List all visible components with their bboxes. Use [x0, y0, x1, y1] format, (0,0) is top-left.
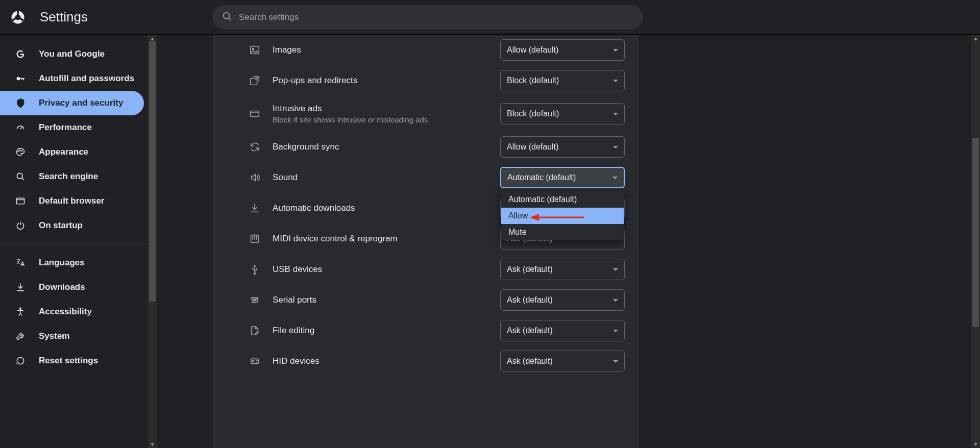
chrome-icon [10, 10, 26, 25]
scrollbar-thumb[interactable] [149, 41, 156, 302]
permission-label: File editing [273, 326, 489, 336]
permission-select-background-sync[interactable]: Allow (default) [500, 136, 625, 158]
permission-label: Automatic downloads [273, 203, 489, 213]
wrench-icon [15, 331, 26, 341]
sidebar-divider [0, 244, 148, 244]
chevron-down-icon [613, 146, 618, 148]
permission-sublabel: Block if site shows intrusive or mislead… [273, 115, 489, 124]
main-content: Images Allow (default) Pop-ups and redir… [157, 35, 980, 448]
svg-point-11 [21, 151, 22, 152]
chevron-down-icon [613, 113, 618, 115]
scroll-down-icon[interactable]: ▼ [973, 441, 978, 447]
sidebar-item-label: Reset settings [39, 356, 98, 366]
svg-rect-14 [17, 198, 24, 204]
sidebar-item-label: Autofill and passwords [39, 73, 134, 84]
permission-label: Background sync [273, 142, 489, 152]
dropdown-option-automatic[interactable]: Automatic (default) [501, 191, 624, 208]
sidebar-item-label: You and Google [39, 49, 105, 59]
sidebar-item-autofill-passwords[interactable]: Autofill and passwords [0, 66, 144, 91]
search-icon [222, 11, 233, 24]
scroll-up-icon[interactable]: ▲ [150, 36, 155, 41]
image-icon [248, 43, 261, 57]
svg-point-17 [20, 308, 21, 309]
permission-row-hid: HID devices Ask (default) [224, 346, 627, 377]
sidebar-item-accessibility[interactable]: Accessibility [0, 300, 144, 324]
permission-label: Serial ports [273, 295, 489, 305]
sound-icon [248, 171, 261, 184]
scroll-up-icon[interactable]: ▲ [973, 36, 978, 41]
select-value: Allow (default) [507, 45, 558, 55]
download-icon [248, 202, 261, 215]
sidebar-item-appearance[interactable]: Appearance [0, 140, 144, 164]
permission-select-intrusive-ads[interactable]: Block (default) [500, 103, 625, 125]
speedometer-icon [15, 122, 26, 133]
sidebar-item-reset-settings[interactable]: Reset settings [0, 349, 144, 373]
permission-select-sound[interactable]: Automatic (default) Automatic (default) … [500, 167, 625, 188]
permission-label: Pop-ups and redirects [273, 76, 489, 86]
sidebar-item-label: Downloads [39, 282, 85, 292]
permission-label: USB devices [273, 264, 489, 275]
hid-icon [248, 355, 261, 368]
permission-label: Intrusive ads [273, 104, 489, 114]
permissions-card: Images Allow (default) Pop-ups and redir… [213, 35, 638, 448]
browser-icon [15, 196, 26, 206]
chevron-down-icon [613, 360, 618, 363]
shield-icon [15, 98, 26, 108]
main-scrollbar[interactable]: ▲ ▼ [971, 35, 980, 448]
permission-select-serial[interactable]: Ask (default) [500, 289, 625, 311]
sidebar-item-label: Performance [39, 122, 92, 133]
permission-row-usb: USB devices Ask (default) [224, 254, 627, 285]
permission-row-images: Images Allow (default) [224, 35, 627, 65]
svg-point-35 [252, 360, 254, 362]
sidebar-item-label: Privacy and security [39, 98, 123, 108]
header-logo-wrap: Settings [10, 9, 212, 25]
sidebar-item-on-startup[interactable]: On startup [0, 213, 144, 238]
file-edit-icon [248, 324, 261, 337]
permission-row-intrusive-ads: Intrusive ads Block if site shows intrus… [224, 96, 627, 132]
scrollbar-thumb[interactable] [972, 138, 979, 327]
translate-icon [15, 258, 26, 268]
permission-label: Images [273, 45, 489, 55]
sidebar-item-default-browser[interactable]: Default browser [0, 189, 144, 213]
dropdown-option-allow[interactable]: Allow [501, 208, 624, 224]
sidebar-item-system[interactable]: System [0, 324, 144, 349]
permission-select-images[interactable]: Allow (default) [500, 39, 625, 61]
svg-point-33 [255, 300, 256, 301]
sidebar-item-label: System [39, 331, 69, 341]
chevron-down-icon [613, 299, 618, 302]
accessibility-icon [15, 307, 26, 317]
dropdown-option-mute[interactable]: Mute [501, 224, 624, 240]
permission-select-popups[interactable]: Block (default) [500, 70, 625, 91]
header: Settings [0, 0, 980, 35]
sidebar-item-privacy-security[interactable]: Privacy and security [0, 91, 144, 115]
svg-point-19 [252, 48, 254, 49]
serial-icon [248, 293, 261, 307]
sidebar-item-label: Default browser [39, 196, 104, 206]
svg-rect-6 [23, 78, 24, 80]
sidebar-item-you-and-google[interactable]: You and Google [0, 42, 144, 66]
sidebar-item-downloads[interactable]: Downloads [0, 275, 144, 300]
chevron-down-icon [612, 177, 618, 179]
permission-select-file-editing[interactable]: Ask (default) [500, 320, 625, 341]
permission-label: MIDI device control & reprogram [273, 234, 489, 244]
scroll-down-icon[interactable]: ▼ [150, 441, 155, 447]
svg-line-3 [229, 17, 231, 20]
select-value: Ask (default) [507, 295, 553, 305]
permission-label: HID devices [273, 356, 489, 366]
permission-select-usb[interactable]: Ask (default) [500, 259, 625, 280]
sidebar-item-performance[interactable]: Performance [0, 115, 144, 140]
search-box[interactable] [212, 5, 643, 30]
sidebar-item-search-engine[interactable]: Search engine [0, 164, 144, 189]
sidebar-item-label: Languages [39, 258, 85, 268]
sidebar-item-languages[interactable]: Languages [0, 251, 144, 275]
svg-line-8 [20, 127, 22, 129]
usb-icon [248, 263, 261, 276]
sync-icon [248, 140, 261, 154]
select-value: Allow (default) [507, 142, 558, 152]
permission-select-hid[interactable]: Ask (default) [500, 351, 625, 372]
sidebar: You and Google Autofill and passwords Pr… [0, 35, 148, 448]
popup-icon [248, 74, 261, 87]
power-icon [15, 220, 26, 231]
sidebar-scrollbar[interactable]: ▲ ▼ [148, 35, 157, 448]
search-input[interactable] [239, 12, 634, 22]
